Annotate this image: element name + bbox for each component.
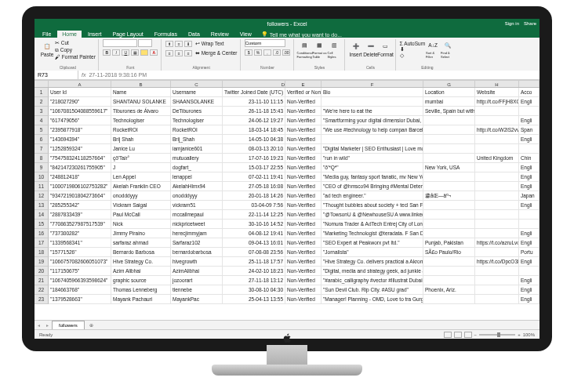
col-F[interactable]: F — [322, 81, 423, 87]
italic-button[interactable]: I — [112, 49, 120, 56]
cell[interactable]: Acco — [519, 88, 539, 97]
cell[interactable]: Website — [475, 88, 519, 97]
cell[interactable]: Non-Verified — [285, 295, 322, 304]
cell[interactable]: "770863527987517539" — [49, 220, 111, 229]
percent-button[interactable]: % — [254, 49, 262, 56]
col-I[interactable] — [519, 81, 539, 87]
cell[interactable]: Portu — [519, 248, 539, 257]
cell[interactable]: Engli — [519, 172, 539, 182]
cell[interactable]: "Digital Marketer | SEO Enthusiast | Lov… — [322, 144, 423, 154]
cell[interactable] — [475, 210, 519, 220]
cell[interactable]: Engli — [519, 285, 539, 295]
cell[interactable] — [423, 201, 475, 210]
fill-color-button[interactable] — [140, 49, 148, 56]
font-name-input[interactable] — [103, 39, 137, 47]
view-normal-button[interactable] — [444, 332, 452, 338]
wrap-text-button[interactable]: ↩ Wrap Text — [195, 41, 224, 47]
cell[interactable]: Non-Verified — [285, 238, 322, 248]
tab-formulas[interactable]: Formulas — [150, 31, 182, 38]
tab-file[interactable]: File — [38, 31, 56, 38]
cell[interactable]: Akelah Franklin CEO — [111, 182, 171, 191]
cell[interactable]: J — [111, 163, 171, 172]
row-header[interactable]: 11 — [35, 182, 49, 191]
cell[interactable]: 08-03-13 20:10 — [223, 144, 285, 154]
cell[interactable] — [423, 154, 475, 163]
row-header[interactable]: 8 — [35, 154, 49, 163]
cell[interactable]: 07-08-08 23:56 — [223, 248, 285, 257]
cell[interactable]: "218027290" — [49, 97, 111, 107]
cell[interactable]: Non-Verified — [285, 182, 322, 191]
cell[interactable]: Engli — [519, 97, 539, 107]
cell[interactable]: 17-07-16 19:23 — [223, 154, 285, 163]
row-header[interactable]: 23 — [35, 295, 49, 304]
tab-page-layout[interactable]: Page Layout — [107, 31, 147, 38]
cell[interactable]: "We're here to eat the — [322, 107, 423, 116]
cell[interactable]: Non-Verified — [285, 267, 322, 276]
sort-filter-button[interactable]: A↓ZSort & Filter — [426, 39, 440, 60]
comma-button[interactable]: , — [263, 49, 271, 56]
cell[interactable] — [475, 135, 519, 144]
cell[interactable]: "1066757082606051073" — [49, 257, 111, 267]
cell[interactable]: https://t.co/DpcO3DJuYF — [475, 257, 519, 267]
cell[interactable]: Brij Shah — [111, 135, 171, 144]
cell[interactable]: hivegrowth — [171, 257, 223, 267]
cell[interactable]: "@TowsonU & @NewhouseSU A www.linkedin.c… — [322, 210, 423, 220]
row-header[interactable]: 7 — [35, 144, 49, 154]
view-layout-button[interactable] — [454, 332, 462, 338]
cell[interactable] — [423, 116, 475, 125]
fill-menu-button[interactable]: ⬇ — [400, 46, 426, 53]
cell[interactable] — [475, 144, 519, 154]
cell[interactable]: onodddyyy — [111, 191, 171, 201]
cell[interactable]: Non-Verified — [285, 163, 322, 172]
row-header[interactable]: 17 — [35, 238, 49, 248]
cell[interactable]: "CEO of @hmsco94 Bringing #Mental Detent… — [322, 182, 423, 191]
cell[interactable]: Azim Alibhai — [111, 267, 171, 276]
cell[interactable]: Bernardo Barbosa — [111, 248, 171, 257]
cell[interactable]: Span — [519, 125, 539, 135]
cell[interactable]: Engli — [519, 276, 539, 285]
row-header[interactable]: 9 — [35, 163, 49, 172]
cell[interactable]: Non-Verified — [285, 276, 322, 285]
spreadsheet-grid[interactable]: 1User IdNameUsernameTwitter Joined Date … — [35, 88, 539, 320]
cell[interactable]: Verified or Non-Ve — [285, 88, 322, 97]
cell[interactable] — [475, 229, 519, 238]
cell[interactable]: Non-Verified — [285, 144, 322, 154]
cell[interactable]: AkelahHlmx94 — [171, 182, 223, 191]
cell[interactable]: "184663768" — [49, 285, 111, 295]
cell[interactable]: Bio — [322, 88, 423, 97]
col-G[interactable]: G — [423, 81, 475, 87]
cell[interactable]: AzimAlibhai — [171, 267, 223, 276]
cell[interactable] — [475, 107, 519, 116]
delete-button[interactable]: ➖Delete — [364, 39, 378, 60]
increase-decimal-button[interactable]: .0 — [273, 49, 281, 56]
cell[interactable]: "Jornalista" — [322, 248, 423, 257]
tab-insert[interactable]: Insert — [83, 31, 107, 38]
cell[interactable]: Nick — [111, 220, 171, 229]
cell[interactable]: https://t.co/azruLvdgN9 — [475, 238, 519, 248]
add-sheet-button[interactable]: ⊕ — [85, 322, 98, 328]
cell[interactable]: "Manager! Planning - OMD, Love to tra Gu… — [322, 295, 423, 304]
cell[interactable]: Len Appel — [111, 172, 171, 182]
row-header[interactable]: 18 — [35, 248, 49, 257]
cell[interactable]: 07-02-11 19:41 — [223, 172, 285, 182]
cell[interactable]: 24-06-12 19:27 — [223, 116, 285, 125]
tell-me-search[interactable]: 💡 Tell me what you want to do... — [258, 31, 536, 38]
col-B[interactable]: B — [111, 81, 171, 87]
row-header[interactable]: 22 — [35, 285, 49, 295]
align-top-button[interactable]: ⬆ — [165, 41, 173, 47]
cell[interactable] — [519, 144, 539, 154]
cell[interactable] — [475, 267, 519, 276]
cell[interactable] — [322, 97, 423, 107]
cell[interactable]: Sarfaraz102 — [171, 238, 223, 248]
cell[interactable]: Non-Verified — [285, 116, 322, 125]
view-break-button[interactable] — [464, 332, 472, 338]
row-header[interactable]: 10 — [35, 172, 49, 182]
cell[interactable]: "Hive Strategy Co. delivers practical a … — [322, 257, 423, 267]
font-color-button[interactable]: A — [150, 49, 158, 56]
cell[interactable] — [519, 210, 539, 220]
cell[interactable]: SHANTANU SOLANKE — [111, 97, 171, 107]
cell[interactable]: United Kingdom — [475, 154, 519, 163]
cell[interactable]: nickpricetweet — [171, 220, 223, 229]
cell[interactable]: Paul McCall — [111, 210, 171, 220]
currency-button[interactable]: $ — [245, 49, 252, 56]
